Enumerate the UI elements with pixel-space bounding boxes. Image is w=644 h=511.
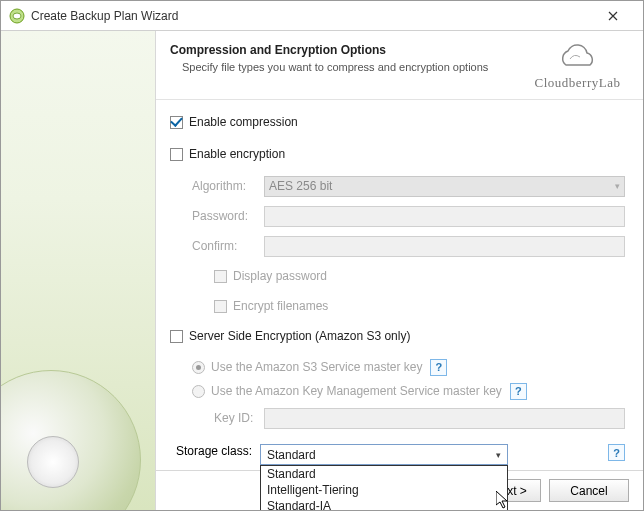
enable-compression-row[interactable]: Enable compression [170, 110, 625, 134]
algorithm-label: Algorithm: [192, 179, 264, 193]
key-id-label: Key ID: [214, 411, 264, 425]
cancel-button[interactable]: Cancel [549, 479, 629, 502]
form-area: Enable compression Enable encryption Alg… [156, 100, 643, 511]
algorithm-value: AES 256 bit [269, 179, 332, 193]
algorithm-row: Algorithm: AES 256 bit ▾ [170, 174, 625, 198]
sse-option1-row: Use the Amazon S3 Service master key ? [170, 356, 625, 378]
algorithm-combo: AES 256 bit ▾ [264, 176, 625, 197]
storage-option[interactable]: Standard-IA [261, 498, 507, 511]
confirm-field [264, 236, 625, 257]
key-id-field [264, 408, 625, 429]
next-button-label: xt > [507, 484, 527, 498]
storage-class-combo[interactable]: Standard ▾ [260, 444, 508, 465]
page-header: Compression and Encryption Options Speci… [156, 31, 643, 100]
help-icon[interactable]: ? [608, 444, 625, 461]
encrypt-filenames-checkbox [214, 300, 227, 313]
confirm-row: Confirm: [170, 234, 625, 258]
sse-option2-label: Use the Amazon Key Management Service ma… [211, 384, 502, 398]
storage-class-value: Standard [267, 448, 316, 462]
brand-logo: CloudberryLab [530, 43, 625, 91]
brand-name: CloudberryLab [530, 75, 625, 91]
storage-class-dropdown[interactable]: StandardIntelligent-TieringStandard-IAOn… [260, 465, 508, 511]
confirm-label: Confirm: [192, 239, 264, 253]
content-pane: Compression and Encryption Options Speci… [156, 31, 643, 510]
sse-checkbox[interactable] [170, 330, 183, 343]
chevron-down-icon: ▾ [615, 181, 620, 191]
sse-option1-label: Use the Amazon S3 Service master key [211, 360, 422, 374]
cancel-button-label: Cancel [570, 484, 607, 498]
storage-option[interactable]: Standard [261, 466, 507, 482]
encrypt-filenames-label: Encrypt filenames [233, 299, 328, 313]
enable-encryption-row[interactable]: Enable encryption [170, 142, 625, 166]
close-icon [608, 11, 618, 21]
cloud-icon [554, 43, 602, 73]
help-icon[interactable]: ? [430, 359, 447, 376]
sse-option2-row: Use the Amazon Key Management Service ma… [170, 380, 625, 402]
titlebar: Create Backup Plan Wizard [1, 1, 643, 31]
window-title: Create Backup Plan Wizard [31, 9, 591, 23]
wizard-sidebar [1, 31, 156, 510]
password-row: Password: [170, 204, 625, 228]
chevron-down-icon: ▾ [496, 450, 501, 460]
encrypt-filenames-row: Encrypt filenames [170, 294, 625, 318]
enable-compression-checkbox[interactable] [170, 116, 183, 129]
storage-class-row: Storage class: Standard ▾ StandardIntell… [170, 444, 625, 465]
storage-option[interactable]: Intelligent-Tiering [261, 482, 507, 498]
help-icon[interactable]: ? [510, 383, 527, 400]
sse-row[interactable]: Server Side Encryption (Amazon S3 only) [170, 324, 625, 348]
password-field [264, 206, 625, 227]
sse-option1-radio [192, 361, 205, 374]
display-password-label: Display password [233, 269, 327, 283]
page-subtitle: Specify file types you want to compress … [170, 61, 490, 73]
display-password-checkbox [214, 270, 227, 283]
app-icon [9, 8, 25, 24]
disc-graphic [1, 370, 141, 510]
enable-encryption-checkbox[interactable] [170, 148, 183, 161]
page-title: Compression and Encryption Options [170, 43, 530, 57]
enable-encryption-label: Enable encryption [189, 147, 285, 161]
enable-compression-label: Enable compression [189, 115, 298, 129]
close-button[interactable] [591, 2, 635, 30]
password-label: Password: [192, 209, 264, 223]
storage-class-label: Storage class: [170, 444, 260, 458]
key-id-row: Key ID: [170, 406, 625, 430]
sse-label: Server Side Encryption (Amazon S3 only) [189, 329, 410, 343]
sse-option2-radio [192, 385, 205, 398]
display-password-row: Display password [170, 264, 625, 288]
